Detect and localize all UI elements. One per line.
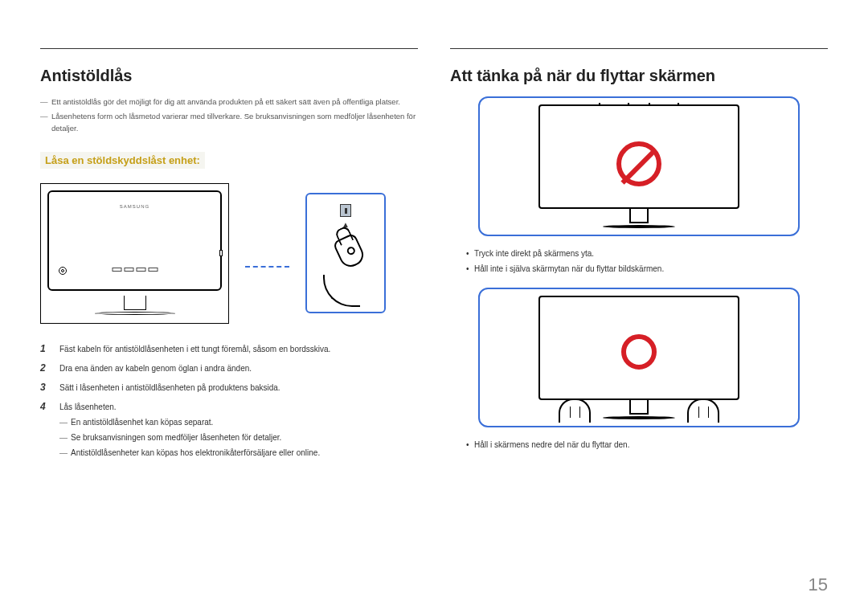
right-column: Att tänka på när du flyttar skärmen Tryc… xyxy=(450,48,828,470)
intro-text: Låsenhetens form och låsmetod varierar m… xyxy=(51,111,418,134)
dash-icon: ― xyxy=(40,111,51,122)
sub-note: ―Antistöldlåsenheter kan köpas hos elekt… xyxy=(59,447,418,459)
subheading-lock: Låsa en stöldskyddslåst enhet: xyxy=(40,152,205,169)
sub-note: ―En antistöldlåsenhet kan köpas separat. xyxy=(59,416,418,428)
monitor-back-illustration: SAMSUNG xyxy=(40,183,229,324)
ok-circle-icon xyxy=(621,334,657,370)
wrong-handling-figure xyxy=(478,96,800,236)
warning-bullets: Tryck inte direkt på skärmens yta. Håll … xyxy=(466,249,828,273)
step-text: Dra ena änden av kabeln genom öglan i an… xyxy=(59,364,252,373)
lock-slot-icon xyxy=(340,204,351,217)
divider xyxy=(450,48,828,49)
note-text: En antistöldlåsenhet kan köpas separat. xyxy=(71,416,213,428)
kensington-slot-icon xyxy=(219,250,223,256)
step-text: Sätt i låsenheten i antistöldlåsenheten … xyxy=(59,383,280,392)
intro-note: ― Ett antistöldlås gör det möjligt för d… xyxy=(40,96,418,108)
note-text: Se bruksanvisningen som medföljer låsenh… xyxy=(71,431,281,443)
note-text: Antistöldlåsenheter kan köpas hos elektr… xyxy=(71,447,320,459)
heading-moving: Att tänka på när du flyttar skärmen xyxy=(450,67,828,85)
step-text: Fäst kabeln för antistöldlåsenheten i et… xyxy=(59,345,330,353)
intro-note: ― Låsenhetens form och låsmetod varierar… xyxy=(40,111,418,134)
hands-bottom-icon xyxy=(559,398,719,423)
step-item: 2Dra ena änden av kabeln genom öglan i a… xyxy=(40,362,418,374)
heading-antistoldlas: Antistöldlås xyxy=(40,67,418,85)
bullet-item: Tryck inte direkt på skärmens yta. xyxy=(466,249,828,258)
joystick-button-icon xyxy=(59,267,67,275)
instruction-bullets: Håll i skärmens nedre del när du flyttar… xyxy=(466,440,828,449)
intro-notes: ― Ett antistöldlås gör det möjligt för d… xyxy=(40,96,418,134)
intro-text: Ett antistöldlås gör det möjligt för dig… xyxy=(51,96,400,108)
figure-row: SAMSUNG ▲ xyxy=(40,183,418,324)
connector-line xyxy=(245,266,289,268)
brand-label: SAMSUNG xyxy=(120,204,149,209)
padlock-icon xyxy=(332,233,366,271)
page-number: 15 xyxy=(809,574,828,595)
lock-detail-illustration: ▲ xyxy=(305,193,386,313)
step-item: 3Sätt i låsenheten i antistöldlåsenheten… xyxy=(40,382,418,393)
instruction-steps: 1Fäst kabeln för antistöldlåsenheten i e… xyxy=(40,343,418,462)
correct-handling-figure xyxy=(478,288,800,427)
dash-icon: ― xyxy=(40,96,51,108)
step-item: 4 Lås låsenheten. ―En antistöldlåsenhet … xyxy=(40,401,418,462)
sub-note: ―Se bruksanvisningen som medföljer låsen… xyxy=(59,431,418,443)
bullet-item: Håll inte i själva skärmytan när du flyt… xyxy=(466,264,828,273)
bullet-item: Håll i skärmens nedre del när du flyttar… xyxy=(466,440,828,449)
cable-icon xyxy=(323,275,360,307)
step-item: 1Fäst kabeln för antistöldlåsenheten i e… xyxy=(40,343,418,354)
divider xyxy=(40,48,418,49)
left-column: Antistöldlås ― Ett antistöldlås gör det … xyxy=(40,48,418,470)
prohibit-icon xyxy=(616,141,661,186)
step-text: Lås låsenheten. xyxy=(59,403,117,411)
